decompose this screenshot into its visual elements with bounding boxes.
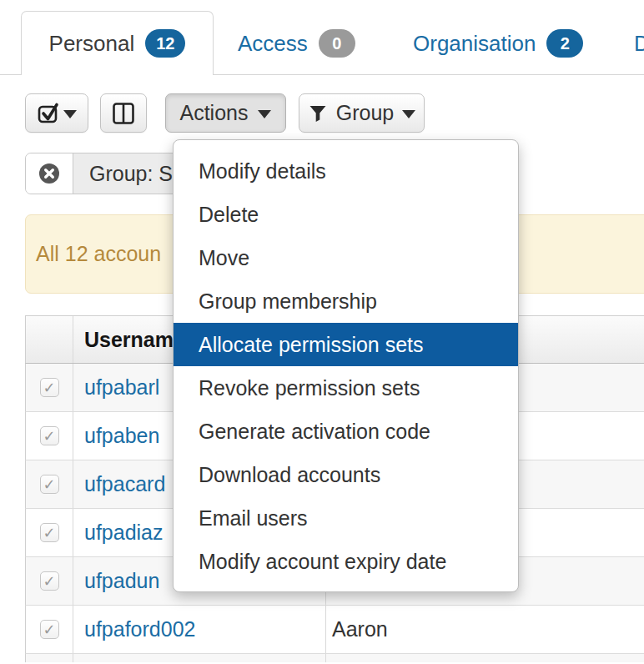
tab-access[interactable]: Access 0 — [238, 25, 355, 62]
username-link[interactable]: ufpabarl — [84, 375, 159, 400]
chevron-down-icon — [63, 110, 77, 118]
tab-clipped-label: D — [634, 31, 644, 57]
tab-personal[interactable]: Personal 12 — [21, 11, 214, 75]
username-link[interactable]: ufpadiaz — [84, 521, 164, 545]
menu-item-modify-details[interactable]: Modify details — [174, 149, 518, 193]
filter-funnel-icon — [308, 103, 328, 123]
row-checkbox-checked[interactable] — [40, 571, 59, 591]
tab-personal-label: Personal — [49, 31, 135, 57]
tab-clipped-right[interactable]: D — [634, 25, 644, 62]
table-row: ufpaford002 Aaron — [25, 606, 644, 654]
row-checkbox-checked[interactable] — [40, 523, 59, 542]
menu-item-allocate-permission-sets[interactable]: Allocate permission sets — [174, 323, 518, 366]
first-name-cell: Aaron — [332, 617, 388, 641]
remove-filter-button[interactable] — [26, 153, 73, 194]
tab-organisation[interactable]: Organisation 2 — [413, 25, 583, 62]
row-checkbox-checked[interactable] — [40, 475, 59, 494]
selection-alert-text: All 12 accoun — [36, 242, 161, 266]
menu-item-move[interactable]: Move — [174, 236, 518, 279]
menu-item-group-membership[interactable]: Group membership — [174, 279, 518, 323]
header-checkbox-cell — [26, 316, 73, 363]
actions-dropdown-button[interactable]: Actions — [165, 93, 286, 133]
toggle-columns-button[interactable] — [100, 93, 147, 133]
menu-item-generate-activation-code[interactable]: Generate activation code — [174, 410, 518, 453]
username-column-header: Username — [84, 328, 185, 352]
username-link[interactable]: ufpacard — [84, 472, 165, 496]
checkbox-check-icon — [37, 101, 63, 126]
tab-personal-count-badge: 12 — [145, 29, 185, 58]
menu-item-email-users[interactable]: Email users — [174, 496, 518, 540]
username-link[interactable]: ufpaford002 — [84, 617, 195, 641]
username-link[interactable]: ufpadun — [84, 569, 159, 593]
row-checkbox-checked[interactable] — [40, 426, 59, 445]
tab-organisation-count-badge: 2 — [546, 29, 583, 58]
row-checkbox-checked[interactable] — [40, 378, 59, 397]
group-button-label: Group — [336, 101, 394, 125]
tab-organisation-label: Organisation — [413, 31, 536, 57]
username-link[interactable]: ufpaben — [84, 424, 159, 448]
row-checkbox-checked[interactable] — [40, 620, 59, 639]
chevron-down-icon — [402, 110, 415, 118]
group-filter-button[interactable]: Group — [299, 93, 425, 133]
menu-item-modify-account-expiry-date[interactable]: Modify account expiry date — [174, 540, 518, 583]
columns-icon — [112, 102, 135, 125]
actions-button-label: Actions — [180, 101, 249, 125]
menu-item-revoke-permission-sets[interactable]: Revoke permission sets — [174, 366, 518, 410]
select-all-dropdown-button[interactable] — [25, 93, 88, 133]
menu-item-delete[interactable]: Delete — [174, 193, 518, 236]
actions-dropdown-menu: Modify details Delete Move Group members… — [173, 139, 519, 592]
chevron-down-icon — [258, 110, 271, 118]
tab-access-count-badge: 0 — [319, 29, 355, 58]
menu-item-download-accounts[interactable]: Download accounts — [174, 453, 518, 496]
table-row-partial — [25, 654, 644, 662]
tab-access-label: Access — [238, 31, 308, 57]
circle-x-icon — [38, 162, 61, 185]
